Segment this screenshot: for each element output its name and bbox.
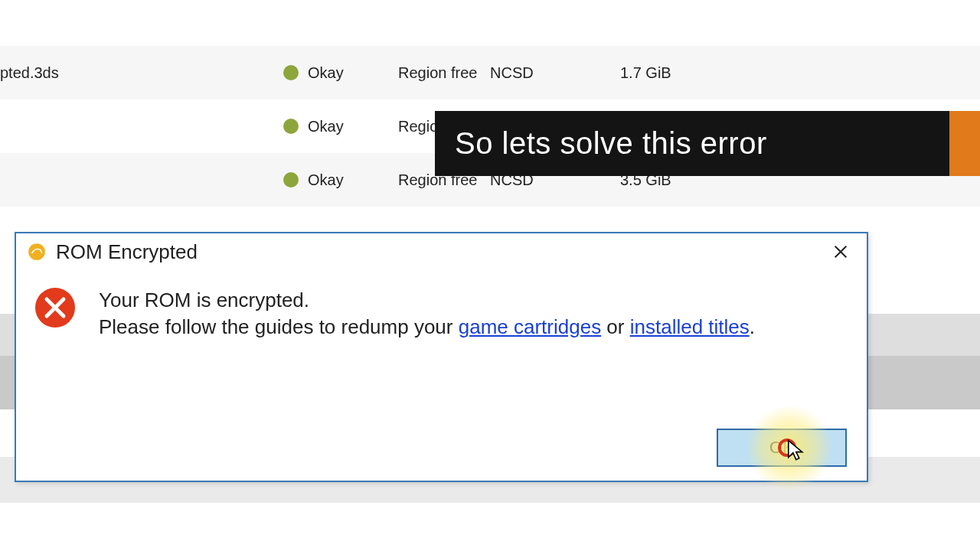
link-installed-titles[interactable]: installed titles	[630, 315, 750, 338]
dialog-body: Your ROM is encrypted. Please follow the…	[16, 270, 867, 341]
cell-region: Region free	[398, 64, 490, 82]
close-icon	[832, 243, 849, 260]
dialog-title: ROM Encrypted	[56, 240, 198, 264]
dialog-footer: OK	[717, 429, 847, 467]
cell-filename: pted.3ds	[0, 64, 283, 82]
cell-status: Okay	[283, 64, 398, 82]
status-label: Okay	[308, 118, 344, 135]
status-ok-icon	[283, 65, 299, 80]
error-icon	[34, 287, 76, 328]
ok-label: OK	[769, 438, 794, 458]
dialog-titlebar: ROM Encrypted	[16, 233, 867, 270]
status-label: Okay	[308, 171, 344, 189]
caption-text: So lets solve this error	[455, 126, 767, 161]
app-icon	[27, 242, 47, 262]
error-line-2: Please follow the guides to redump your …	[99, 314, 755, 341]
cell-status: Okay	[283, 171, 398, 189]
status-ok-icon	[283, 172, 299, 187]
caption-banner: So lets solve this error	[435, 111, 949, 176]
ok-button[interactable]: OK	[717, 429, 847, 467]
error-dialog: ROM Encrypted Your ROM is encrypted. Ple…	[15, 232, 868, 482]
status-ok-icon	[283, 119, 299, 134]
cell-size: 1.7 GiB	[620, 64, 727, 82]
table-row[interactable]: pted.3ds Okay Region free NCSD 1.7 GiB	[0, 46, 980, 99]
svg-point-0	[28, 243, 45, 260]
cell-status: Okay	[283, 118, 398, 135]
close-button[interactable]	[825, 236, 856, 267]
link-game-cartridges[interactable]: game cartridges	[459, 315, 601, 338]
error-message: Your ROM is encrypted. Please follow the…	[99, 287, 755, 341]
cell-format: NCSD	[490, 64, 612, 82]
error-line-1: Your ROM is encrypted.	[99, 287, 755, 314]
status-label: Okay	[308, 64, 344, 82]
